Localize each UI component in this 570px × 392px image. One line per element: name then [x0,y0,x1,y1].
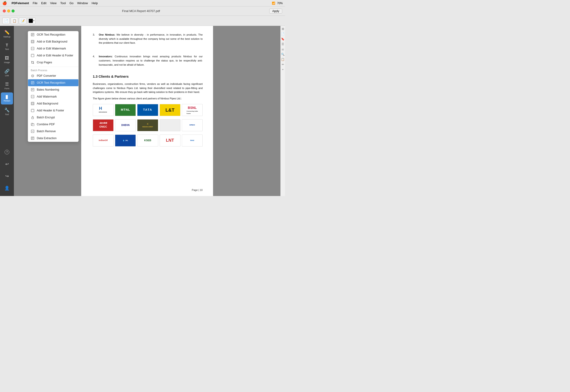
menu-item-bg[interactable]: Add or Edit Background [28,38,78,45]
close-button[interactable] [3,10,6,13]
file-menu[interactable]: File [33,1,37,5]
ocr-batch-icon [31,81,34,84]
crop-icon [31,61,34,64]
sidebar-item-user[interactable]: 👤 [1,182,13,194]
sidebar-item-help[interactable]: ? [1,146,13,158]
item-4-bold: Innovators: [99,55,113,58]
section-heading: 1.3 Clients & Partners [93,74,203,79]
tool-menu[interactable]: Tool [60,1,66,5]
sidebar-item-redact[interactable]: ▊ Redact [1,92,13,104]
menu-item-ocr[interactable]: OCR Text Recognition [28,31,78,38]
wifi-icon: 📶 [272,2,275,5]
svg-text:W: W [32,96,34,98]
sidebar-item-link[interactable]: 🔗 Link [1,67,13,79]
menu-label-crop: Crop Pages [37,61,52,64]
chevron-down-icon: ▾ [33,20,34,22]
svg-rect-10 [32,61,33,63]
panel-icon-2[interactable]: 📄 [281,32,285,36]
list-number-4: 4. [93,55,97,59]
logo-lt: L&T [160,104,180,116]
redact-label: Redact [4,100,10,102]
sidebar-item-form[interactable]: ☰ Form [1,80,13,92]
menu-item-remove[interactable]: Batch Remove [28,128,78,135]
app-name[interactable]: PDFelement [12,1,29,5]
svg-text:HIRANANDANI: HIRANANDANI [99,112,107,113]
sidebar-item-tool[interactable]: 🔧 Tool [1,105,13,117]
main-content: ✏️ Markup T Text 🖼 Image 🔗 Link ☰ Form ▊ [0,26,285,196]
sidebar-bottom: ? ↩ ↪ 👤 [1,146,13,194]
add-header-icon [31,109,34,112]
logo-kseb: KSEB [137,135,158,147]
menu-item-extract[interactable]: Data Extraction [28,135,78,142]
toolbar-btn-3[interactable]: 📝 [19,18,26,24]
logo-blank [160,119,180,131]
sidebar-item-text[interactable]: T Text [1,41,13,53]
bg-icon [31,40,34,43]
menu-item-watermark[interactable]: W Add or Edit Watermark [28,45,78,52]
menu-item-combine[interactable]: Combine PDF [28,121,78,128]
panel-icon-6[interactable]: 🔍 [281,53,285,56]
edit-menu[interactable]: Edit [41,1,46,5]
sidebar-item-redo[interactable]: ↪ [1,170,13,182]
sidebar-item-markup[interactable]: ✏️ Markup [1,28,13,40]
text-label: Text [5,48,9,50]
panel-icon-5[interactable]: ⚌ [281,48,284,51]
maximize-button[interactable] [12,10,15,13]
help-menu[interactable]: Help [92,1,98,5]
color-picker[interactable]: ▾ [27,18,36,24]
menu-item-add-bg[interactable]: Add Background [28,100,78,107]
pdf-converter-icon [31,74,34,78]
page-number: Page | 10 [192,188,203,192]
list-content-4: Innovators: Continuous innovation brings… [99,55,203,67]
panel-icon-8[interactable]: ✏ [282,63,284,66]
go-menu[interactable]: Go [69,1,73,5]
menu-item-pdf-converter[interactable]: PDF Converter [28,72,78,79]
menu-item-ocr-batch[interactable]: OCR Text Recognition [28,79,78,86]
help-icon: ? [5,150,9,154]
menu-label-add-header: Add Header & Footer [37,109,64,112]
tool-label: Tool [5,113,9,116]
menu-item-encrypt[interactable]: Batch Encrypt [28,114,78,121]
svg-rect-25 [32,117,33,119]
menu-item-add-watermark[interactable]: W Add Watermark [28,93,78,100]
logo-hiranandani: H HIRANANDANI [93,104,114,116]
battery-indicator: 70% [277,2,283,5]
list-item-4: 4. Innovators: Continuous innovation bri… [93,55,203,69]
sidebar-item-undo[interactable]: ↩ [1,158,13,170]
add-watermark-icon: W [31,95,34,98]
link-label: Link [5,74,9,77]
main-window: Final MCA Report 40707.pdf Apply 📄 📋 📝 ▾… [0,6,285,196]
menu-item-crop[interactable]: Crop Pages [28,59,78,66]
menu-label-add-watermark: Add Watermark [37,95,57,98]
svg-rect-24 [31,109,34,110]
menu-item-bates[interactable]: Bates Numbering [28,86,78,93]
toolbar-btn-2[interactable]: 📋 [11,18,18,24]
panel-icon-4[interactable]: ☰ [281,42,284,46]
view-menu[interactable]: View [50,1,57,5]
apply-button[interactable]: Apply [269,9,282,14]
menu-item-header[interactable]: Add or Edit Header & Footer [28,52,78,59]
logo-jal: 💧 JAL [115,135,136,147]
menu-item-add-header[interactable]: Add Header & Footer [28,107,78,114]
menu-label-ocr: OCR Text Recognition [37,33,65,36]
svg-rect-22 [32,103,33,104]
panel-icon-1[interactable]: ⊞ [282,27,284,30]
logo-ongc: ओएनजीसी ONGC [93,119,114,131]
svg-text:H: H [99,107,102,111]
right-panel: ⊞ 📄 🔖 ☰ ⚌ 🔍 📋 ✏ + [280,26,285,196]
svg-text:W: W [32,48,34,50]
logo-dhbvn: DHBVN [115,119,136,131]
apple-menu[interactable]: 🍎 [2,1,7,5]
document-page: 3. One Nimbus: We believe in diversity -… [81,26,213,196]
minimize-button[interactable] [7,10,10,13]
toolbar-btn-1[interactable]: 📄 [2,18,10,24]
panel-icon-3[interactable]: 🔖 [281,37,285,41]
panel-icon-9[interactable]: + [282,68,284,71]
panel-icon-7[interactable]: 📋 [281,58,285,61]
menu-label-combine: Combine PDF [37,123,55,126]
user-icon: 👤 [4,186,10,191]
tool-icon: 🔧 [4,108,10,112]
sidebar-item-image[interactable]: 🖼 Image [1,54,13,66]
window-menu[interactable]: Window [77,1,88,5]
logo-indianoil: IndianOil [93,135,114,147]
